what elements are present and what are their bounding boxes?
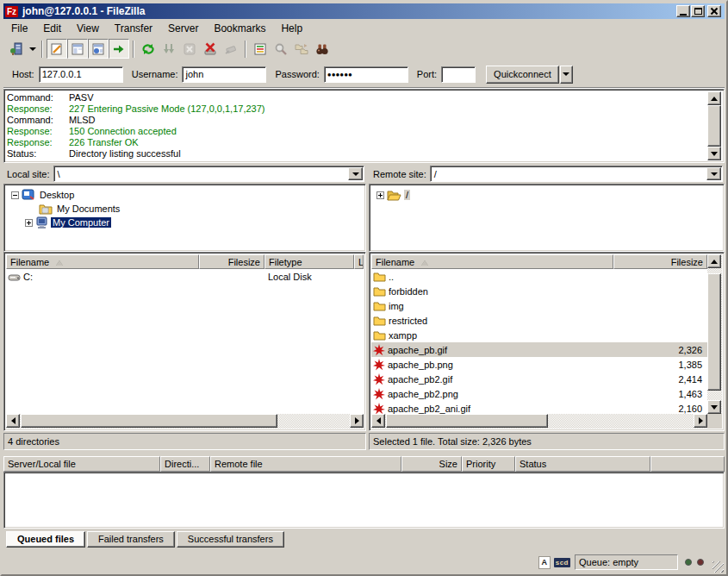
scroll-down-button[interactable] (707, 147, 721, 160)
table-row[interactable]: forbidden (371, 284, 707, 298)
refresh-button[interactable] (138, 39, 159, 59)
image-file-icon (373, 344, 385, 356)
tab-successful-transfers[interactable]: Successful transfers (177, 531, 284, 548)
column-header-priority[interactable]: Priority (462, 456, 515, 472)
tab-failed-transfers[interactable]: Failed transfers (87, 531, 175, 548)
tree-item-my-documents[interactable]: My Documents (39, 202, 121, 216)
username-input[interactable] (182, 66, 266, 83)
find-files-button[interactable] (312, 39, 333, 59)
scroll-right-button[interactable] (350, 414, 364, 428)
expand-icon[interactable] (376, 191, 384, 199)
scroll-down-button[interactable] (707, 400, 721, 414)
filter-button[interactable] (250, 39, 271, 59)
quickconnect-dropdown-button[interactable] (560, 66, 573, 84)
scroll-up-button[interactable] (707, 91, 721, 105)
scrollbar-thumb[interactable] (707, 105, 721, 147)
tree-item-my-computer[interactable]: My Computer (25, 216, 111, 229)
remote-site-dropdown-button[interactable] (706, 167, 721, 180)
scroll-up-button[interactable] (707, 254, 721, 268)
column-header-remote-file[interactable]: Remote file (210, 456, 401, 472)
host-input[interactable] (39, 66, 123, 83)
remote-site-combo[interactable]: / (430, 166, 723, 182)
table-row-selected[interactable]: apache_pb.gif2,326 (371, 342, 707, 357)
menu-edit[interactable]: Edit (35, 21, 69, 36)
column-header-filesize[interactable]: Filesize (199, 254, 264, 269)
tree-item-desktop[interactable]: Desktop (11, 188, 76, 202)
reconnect-button[interactable] (221, 39, 241, 59)
scroll-left-button[interactable] (6, 414, 20, 428)
refresh-icon (141, 42, 155, 56)
local-site-combo[interactable]: \ (53, 166, 364, 182)
process-queue-button[interactable] (159, 39, 179, 59)
disk-drive-icon (8, 271, 21, 283)
column-header-status[interactable]: Status (515, 456, 650, 472)
titlebar[interactable]: Fz john@127.0.0.1 - FileZilla (3, 3, 725, 19)
resize-grip[interactable] (712, 561, 724, 573)
menu-help[interactable]: Help (273, 21, 310, 36)
maximize-button[interactable] (691, 5, 705, 17)
site-manager-button[interactable] (6, 39, 27, 59)
column-header-filename[interactable]: Filename (371, 254, 613, 269)
scrollbar-thumb[interactable] (21, 414, 277, 428)
menu-transfer[interactable]: Transfer (107, 21, 160, 36)
column-header-filesize[interactable]: Filesize (613, 254, 707, 269)
process-queue-icon (162, 42, 176, 56)
log-line: Status:Directory listing successful (7, 148, 706, 160)
column-header-filetype[interactable]: Filetype (264, 254, 354, 269)
toggle-remote-tree-button[interactable] (88, 39, 109, 59)
log-scrollbar[interactable] (707, 91, 722, 160)
toggle-message-log-button[interactable] (47, 39, 67, 59)
scroll-right-button[interactable] (694, 414, 707, 428)
disconnect-button[interactable] (200, 39, 221, 59)
directory-comparison-button[interactable] (271, 39, 291, 59)
column-header-lastmodified[interactable]: L (354, 254, 364, 269)
minimize-button[interactable] (676, 5, 690, 17)
table-row[interactable]: apache_pb2.png1,463 (371, 386, 707, 401)
menu-file[interactable]: File (3, 21, 35, 36)
table-row[interactable]: apache_pb.png1,385 (371, 357, 707, 372)
remote-vertical-scrollbar[interactable] (707, 254, 722, 414)
column-header-direction[interactable]: Directi... (160, 456, 210, 472)
port-input[interactable] (441, 66, 476, 83)
column-header-server-local-file[interactable]: Server/Local file (3, 456, 160, 472)
close-button[interactable] (707, 5, 721, 17)
toggle-transfer-queue-button[interactable] (109, 39, 129, 59)
local-list-body: C: Local Disk (6, 269, 364, 414)
tree-item-root[interactable]: / (376, 188, 410, 202)
toolbar-separator (41, 41, 43, 58)
collapse-icon[interactable] (11, 191, 19, 199)
scroll-left-button[interactable] (371, 414, 385, 428)
chevron-down-icon (711, 172, 718, 179)
activity-led-red-icon (697, 559, 704, 566)
table-row[interactable]: .. (371, 269, 707, 284)
table-row[interactable]: restricted (371, 313, 707, 328)
toggle-local-tree-button[interactable] (67, 39, 88, 59)
quickconnect-button[interactable]: Quickconnect (486, 66, 559, 84)
synchronized-browsing-button[interactable] (291, 39, 312, 59)
local-site-dropdown-button[interactable] (348, 167, 363, 180)
scrollbar-thumb[interactable] (707, 273, 721, 391)
table-row[interactable]: apache_pb2.gif2,414 (371, 372, 707, 386)
table-row[interactable]: apache_pb2_ani.gif2,160 (371, 401, 707, 414)
local-status-bar: 4 directories (3, 433, 366, 450)
site-manager-dropdown-button[interactable] (27, 39, 38, 59)
cancel-button[interactable] (179, 39, 200, 59)
password-input[interactable] (324, 66, 408, 83)
remote-site-value: / (431, 169, 706, 179)
remote-horizontal-scrollbar[interactable] (371, 414, 707, 429)
local-horizontal-scrollbar[interactable] (6, 414, 364, 429)
minimize-icon (680, 14, 687, 16)
chevron-down-icon (352, 172, 359, 179)
tab-queued-files[interactable]: Queued files (6, 531, 85, 548)
username-label: Username: (132, 69, 178, 79)
table-row[interactable]: img (371, 298, 707, 313)
scrollbar-thumb[interactable] (386, 414, 548, 428)
menu-view[interactable]: View (69, 21, 107, 36)
menu-server[interactable]: Server (160, 21, 206, 36)
expand-icon[interactable] (25, 219, 33, 227)
column-header-size[interactable]: Size (401, 456, 462, 472)
column-header-filename[interactable]: Filename (6, 254, 199, 269)
menu-bookmarks[interactable]: Bookmarks (206, 21, 273, 36)
table-row[interactable]: xampp (371, 328, 707, 342)
table-row[interactable]: C: Local Disk (6, 269, 364, 284)
